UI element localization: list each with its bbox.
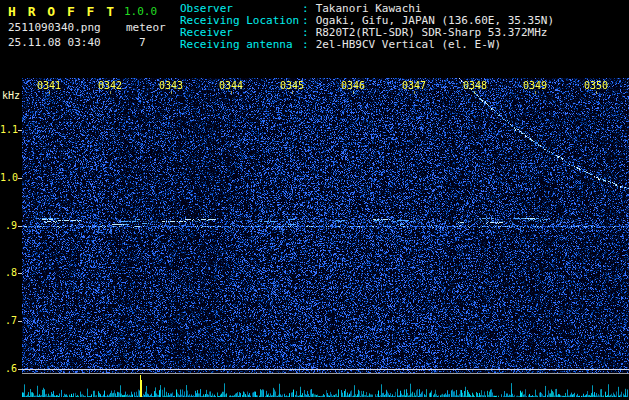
time-label-0342: 0342	[97, 80, 123, 91]
freq-label-1-1: 1.1	[0, 125, 17, 135]
time-label-0341: 0341	[36, 80, 62, 91]
station-info: Observer : Takanori Kawachi Receiving Lo…	[180, 3, 554, 51]
time-label-0344: 0344	[218, 80, 244, 91]
info-colon: :	[302, 39, 309, 51]
time-label-0348: 0348	[462, 80, 488, 91]
app-version: 1.0.0	[124, 5, 157, 18]
freq-label-0-8: .8	[0, 268, 17, 278]
freq-label-0-7: .7	[0, 316, 17, 326]
time-label-0347: 0347	[401, 80, 427, 91]
level-canvas	[22, 374, 629, 397]
spectrogram: 0341 0342 0343 0344 0345 0346 0347 0348 …	[22, 78, 629, 373]
freq-unit-label: kHz	[2, 90, 20, 101]
freq-label-1-0: 1.0	[0, 173, 17, 183]
time-label-0349: 0349	[522, 80, 548, 91]
info-label: Receiving antenna	[180, 39, 302, 51]
hrofft-window: H R O F F T 1.0.0 2511090340.png meteor …	[0, 0, 629, 400]
frequency-axis: kHz 1.1 1.0 .9 .8 .7 .6	[0, 0, 22, 400]
time-label-0350: 0350	[583, 80, 609, 91]
mode-label: meteor	[126, 21, 166, 34]
spectrogram-canvas	[22, 78, 629, 373]
signal-level-strip	[22, 374, 629, 397]
time-label-0343: 0343	[158, 80, 184, 91]
meteor-count: 7	[139, 36, 146, 49]
time-label-0346: 0346	[340, 80, 366, 91]
info-value: 2el-HB9CV Vertical (el. E-W)	[316, 39, 501, 51]
freq-label-0-9: .9	[0, 221, 17, 231]
freq-label-0-6: .6	[0, 364, 17, 374]
info-row-antenna: Receiving antenna : 2el-HB9CV Vertical (…	[180, 39, 554, 51]
time-label-0345: 0345	[279, 80, 305, 91]
app-title: H R O F F T	[8, 4, 116, 19]
